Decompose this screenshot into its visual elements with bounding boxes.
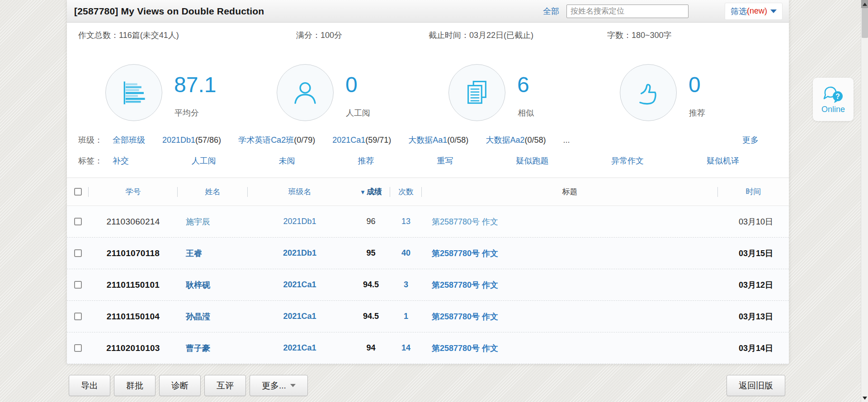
- summary-total-value: 116篇(未交41人): [119, 31, 179, 40]
- tag-link-off-topic[interactable]: 疑似跑题: [516, 155, 548, 166]
- stat-circle: [277, 64, 334, 121]
- vertical-scrollbar[interactable]: [861, 0, 868, 402]
- class-name-link[interactable]: 2021Ca1: [248, 280, 352, 290]
- header-title: 标题: [422, 187, 718, 197]
- class-name: 2021Db1: [162, 136, 195, 145]
- class-count: (0/58): [447, 136, 468, 145]
- summary-word-count: 字数：180~300字: [607, 30, 672, 41]
- documents-icon: [463, 79, 491, 107]
- class-link[interactable]: 学术英语Ca2班(0/79): [238, 135, 315, 145]
- class-name: 全部班级: [113, 136, 145, 145]
- tag-links: 补交 人工阅 未阅 推荐 重写 疑似跑题 异常作文 疑似机译: [113, 155, 739, 166]
- chevron-down-icon: [770, 9, 777, 13]
- average-score-value: 87.1: [174, 74, 216, 96]
- student-name-link[interactable]: 王睿: [178, 248, 248, 259]
- batch-grade-button[interactable]: 群批: [114, 375, 156, 396]
- class-count: (57/86): [195, 136, 221, 145]
- tag-link-resubmit[interactable]: 补交: [113, 155, 129, 166]
- row-checkbox[interactable]: [74, 313, 82, 320]
- row-checkbox[interactable]: [74, 344, 82, 352]
- stat-circle: [620, 64, 677, 121]
- row-checkbox[interactable]: [74, 281, 82, 289]
- scroll-down-arrow[interactable]: [861, 394, 868, 402]
- class-count: (59/71): [365, 136, 391, 145]
- class-name-link[interactable]: 2021Ca1: [248, 343, 352, 353]
- export-button[interactable]: 导出: [69, 375, 110, 396]
- header-count[interactable]: 次数: [390, 187, 422, 197]
- footer-toolbar: 导出 群批 诊断 互评 更多... 返回旧版: [67, 364, 789, 402]
- essay-title-link[interactable]: 第2587780号 作文: [422, 343, 718, 354]
- stat-circle: [448, 64, 505, 121]
- manual-review-label: 人工阅: [346, 108, 370, 118]
- essay-title-link[interactable]: 第2587780号 作文: [422, 311, 718, 322]
- class-name-link[interactable]: 2021Db1: [248, 217, 352, 226]
- panel-header: [2587780] My Views on Double Reduction 全…: [67, 0, 789, 23]
- class-name-link[interactable]: 2021Db1: [248, 248, 352, 258]
- submit-count-link[interactable]: 13: [390, 217, 422, 226]
- tag-link-unread[interactable]: 未阅: [279, 155, 295, 166]
- essay-title-link[interactable]: 第2587780号 作文: [422, 280, 718, 290]
- class-link[interactable]: 大数据Aa1(0/58): [408, 135, 468, 145]
- row-checkbox[interactable]: [74, 249, 82, 257]
- class-name-link[interactable]: 2021Ca1: [248, 312, 352, 321]
- diagnose-button[interactable]: 诊断: [159, 375, 201, 396]
- scrollbar-thumb[interactable]: [862, 8, 868, 38]
- checkbox-cell: [67, 249, 89, 257]
- summary-total-label: 作文总数：: [78, 31, 119, 40]
- class-link[interactable]: 2021Ca1(59/71): [332, 136, 391, 145]
- more-actions-button[interactable]: 更多...: [250, 375, 308, 396]
- peer-review-button[interactable]: 互评: [204, 375, 246, 396]
- student-name-link[interactable]: 耿梓砚: [178, 280, 248, 290]
- submit-count-link[interactable]: 40: [390, 248, 422, 258]
- essay-title-link[interactable]: 第2587780号 作文: [422, 216, 718, 227]
- header-score-sort[interactable]: ▼成绩: [352, 187, 390, 197]
- submit-count-link[interactable]: 14: [390, 343, 422, 353]
- filter-dropdown[interactable]: 筛选 (new): [725, 3, 783, 20]
- back-to-old-version-button[interactable]: 返回旧版: [726, 375, 785, 396]
- manual-review-value: 0: [345, 74, 358, 96]
- search-input[interactable]: [566, 5, 689, 18]
- essay-title-link[interactable]: 第2587780号 作文: [422, 248, 718, 259]
- similar-label: 相似: [518, 108, 534, 118]
- tag-link-recommended[interactable]: 推荐: [358, 155, 374, 166]
- submit-count-link[interactable]: 3: [390, 280, 422, 290]
- student-name-link[interactable]: 孙晶滢: [178, 311, 248, 322]
- student-id: 21101150101: [89, 280, 178, 290]
- filter-label: 筛选: [731, 6, 747, 17]
- student-id: 21101150104: [89, 312, 178, 322]
- sort-desc-icon: ▼: [360, 189, 366, 196]
- class-link-all[interactable]: 全部班级: [113, 135, 145, 145]
- table-row: 21101070118 王睿 2021Db1 95 40 第2587780号 作…: [67, 238, 789, 269]
- more-classes-link[interactable]: 更多: [742, 135, 759, 145]
- student-id: 21103060214: [89, 217, 178, 227]
- scroll-up-arrow[interactable]: [861, 0, 868, 8]
- header-class-name[interactable]: 班级名: [248, 187, 352, 197]
- row-checkbox[interactable]: [74, 218, 82, 225]
- submit-date: 03月14日: [718, 343, 789, 354]
- student-id: 21101070118: [89, 248, 178, 258]
- checkbox-cell: [67, 281, 89, 289]
- student-name-link[interactable]: 曹子豪: [178, 343, 248, 354]
- help-chat-icon: ?: [821, 85, 845, 104]
- all-link[interactable]: 全部: [543, 6, 559, 17]
- header-student-id[interactable]: 学号: [89, 187, 178, 197]
- online-support-widget[interactable]: ? Online: [813, 78, 854, 121]
- table-row: 21103060214 施宇辰 2021Db1 96 13 第2587780号 …: [67, 206, 789, 238]
- header-time[interactable]: 时间: [718, 187, 789, 197]
- class-link[interactable]: 大数据Aa2(0/58): [486, 135, 546, 145]
- stat-manual-review: 0 人工阅: [277, 64, 426, 123]
- essay-table: 学号 姓名 班级名 ▼成绩 次数 标题 时间 21103060214 施宇辰 2…: [67, 178, 789, 364]
- recommended-value: 0: [689, 74, 701, 96]
- tag-link-abnormal[interactable]: 异常作文: [611, 155, 644, 166]
- summary-deadline-label: 截止时间：: [429, 31, 469, 40]
- tags-label: 标签：: [78, 155, 103, 166]
- class-link[interactable]: 2021Db1(57/86): [162, 136, 221, 145]
- tag-link-machine-translated[interactable]: 疑似机译: [707, 155, 739, 166]
- stat-circle: [105, 64, 162, 121]
- header-name[interactable]: 姓名: [178, 187, 248, 197]
- tag-link-rewrite[interactable]: 重写: [437, 155, 453, 166]
- submit-count-link[interactable]: 1: [390, 312, 422, 321]
- student-name-link[interactable]: 施宇辰: [178, 216, 248, 227]
- select-all-checkbox[interactable]: [74, 188, 82, 196]
- tag-link-manual-review[interactable]: 人工阅: [192, 155, 216, 166]
